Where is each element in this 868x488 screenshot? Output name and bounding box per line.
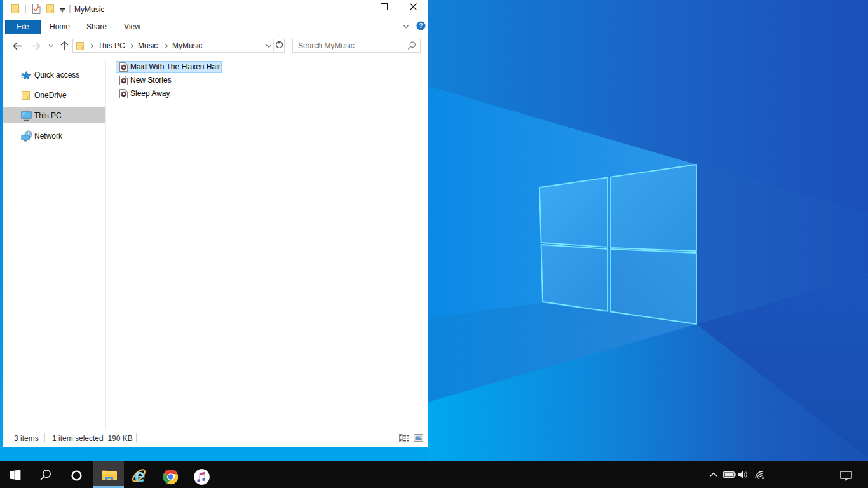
svg-text:?: ? [419,22,423,29]
